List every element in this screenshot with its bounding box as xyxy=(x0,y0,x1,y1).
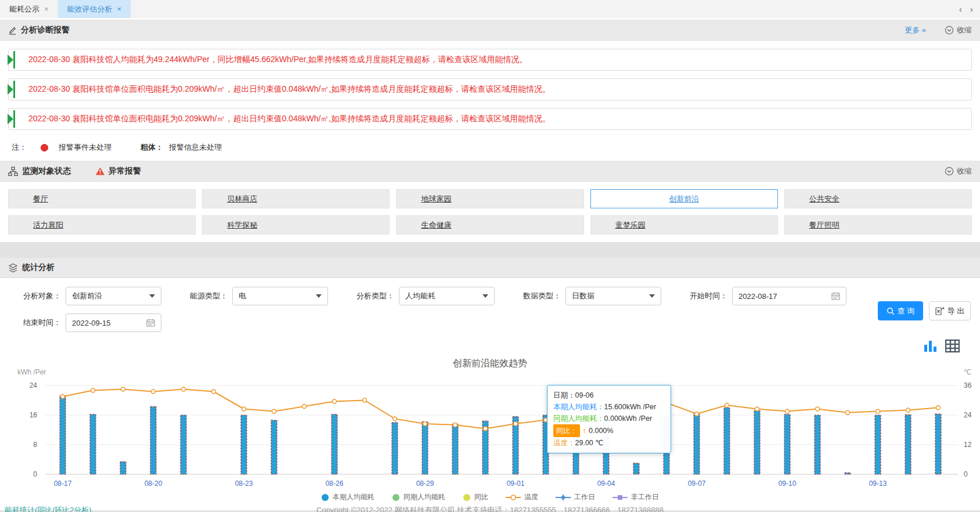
filter-label: 开始时间： xyxy=(690,291,727,301)
footer-copyright: Copyright ©2012-2022 网络科技有限公司 技术支持电话：182… xyxy=(0,505,980,512)
svg-text:09-13: 09-13 xyxy=(869,479,887,488)
close-icon[interactable]: × xyxy=(44,5,49,13)
analysis-object-select[interactable]: 创新前沿 xyxy=(66,287,161,305)
analysis-type-select[interactable]: 人均能耗 xyxy=(399,287,495,305)
tab-efficiency-analysis[interactable]: 能效评估分析 × xyxy=(58,0,131,18)
monitor-object-canteen[interactable]: 餐厅 xyxy=(8,189,196,208)
tooltip-previous-label: 同期人均能耗： xyxy=(553,413,604,424)
legend-previous-consumption[interactable]: 同期人均能耗 xyxy=(392,492,445,502)
stats-panel-header: 统计分析 xyxy=(0,257,980,278)
chevron-right-icon[interactable]: › xyxy=(970,4,973,14)
monitor-panel-header: 监测对象状态 异常报警 收缩 xyxy=(0,161,980,182)
tooltip-current-label: 本期人均能耗： xyxy=(553,401,604,413)
chevron-left-icon[interactable]: ‹ xyxy=(959,4,962,14)
close-icon[interactable]: × xyxy=(117,5,122,13)
more-link[interactable]: 更多 » xyxy=(905,25,926,35)
chart-legend: 本期人均能耗 同期人均能耗 同比 温度 工作日 非工作日 xyxy=(0,492,980,502)
alert-text: 2022-08-30 襄阳科技馆单位面积电能耗为0.209kWh/㎡，超出日约束… xyxy=(28,84,550,95)
legend-current-consumption[interactable]: 本期人均能耗 xyxy=(321,492,374,502)
abnormal-alarm-label[interactable]: 异常报警 xyxy=(95,166,141,176)
alert-item[interactable]: 2022-08-30 襄阳科技馆单位面积电能耗为0.209kWh/㎡，超出日约束… xyxy=(8,108,972,130)
filter-data-type: 数据类型： 日数据 xyxy=(523,287,680,305)
alert-list: 2022-08-30 襄阳科技馆人均能耗为49.244kWh/Per，同比增幅4… xyxy=(0,41,980,130)
chevron-down-icon xyxy=(316,294,322,298)
svg-text:08-29: 08-29 xyxy=(416,479,434,488)
svg-text:08-20: 08-20 xyxy=(145,479,163,488)
calendar-icon xyxy=(146,319,155,327)
tooltip-temp-label: 温度： xyxy=(553,437,575,449)
filter-label: 分析类型： xyxy=(356,291,394,301)
tooltip-yoy-badge: 同比： xyxy=(553,424,580,437)
monitor-object-public-safety[interactable]: 公共安全 xyxy=(784,189,972,208)
line-star-marker-icon xyxy=(556,494,571,501)
red-dot-icon xyxy=(41,144,48,152)
org-chart-icon xyxy=(8,167,18,176)
tab-energy-publicity[interactable]: 能耗公示 × xyxy=(0,0,58,18)
arrow-up-icon: ↑ xyxy=(582,425,586,437)
filter-label: 分析对象： xyxy=(23,291,61,301)
monitor-object-beilin-shop[interactable]: 贝林商店 xyxy=(202,189,390,208)
svg-text:09-01: 09-01 xyxy=(507,479,525,488)
note-dot-text: 报警事件未处理 xyxy=(59,142,111,153)
energy-type-select[interactable]: 电 xyxy=(232,287,328,305)
layers-icon xyxy=(8,263,18,273)
alert-text: 2022-08-30 襄阳科技馆单位面积电能耗为0.209kWh/㎡，超出日约束… xyxy=(28,114,550,124)
calendar-icon xyxy=(831,292,840,300)
collapse-button[interactable]: 收缩 xyxy=(945,25,972,35)
filter-label: 数据类型： xyxy=(523,291,561,301)
monitor-object-science-exploration[interactable]: 科学探秘 xyxy=(202,215,390,235)
tab-label: 能效评估分析 xyxy=(67,4,113,15)
legend-workday[interactable]: 工作日 xyxy=(556,492,595,502)
green-flag-icon xyxy=(7,51,15,68)
alert-item[interactable]: 2022-08-30 襄阳科技馆单位面积电能耗为0.209kWh/㎡，超出日约束… xyxy=(8,78,972,100)
svg-text:09-07: 09-07 xyxy=(688,479,706,488)
legend-non-workday[interactable]: 非工作日 xyxy=(613,492,659,502)
chevron-down-icon xyxy=(649,294,655,298)
filter-analysis-object: 分析对象： 创新前沿 xyxy=(23,287,180,305)
monitor-object-children-paradise[interactable]: 童梦乐园 xyxy=(590,215,778,235)
excel-export-icon xyxy=(935,307,945,315)
filter-row-1: 分析对象： 创新前沿 能源类型： 电 分析类型： 人均能耗 数据类型： 日数据 … xyxy=(0,286,980,306)
section-title: 监测对象状态 xyxy=(22,166,71,176)
line-circle-marker-icon xyxy=(506,494,521,501)
tooltip-date-label: 日期： xyxy=(553,390,575,401)
filter-energy-type: 能源类型： 电 xyxy=(190,287,347,305)
svg-text:8: 8 xyxy=(33,441,37,449)
dot-marker-icon xyxy=(321,493,329,502)
collapse-circle-icon xyxy=(945,167,954,176)
svg-text:09-04: 09-04 xyxy=(597,479,615,488)
chevron-down-icon xyxy=(149,294,155,298)
monitor-object-innovation-frontier[interactable]: 创新前沿 xyxy=(590,189,778,208)
svg-text:24: 24 xyxy=(964,411,972,419)
monitor-object-vitality-xiangyang[interactable]: 活力襄阳 xyxy=(8,215,196,235)
monitor-object-canteen-lighting[interactable]: 餐厅照明 xyxy=(784,215,972,235)
green-flag-icon xyxy=(7,110,15,128)
filter-start-time: 开始时间： 2022-08-17 xyxy=(690,287,846,305)
dot-marker-icon xyxy=(463,493,471,502)
alarm-diagnosis-panel: 分析诊断报警 更多 » 收缩 2022-08-30 襄阳科技馆人均能耗为49.2… xyxy=(0,20,980,161)
collapse-circle-icon xyxy=(945,26,954,35)
legend-temperature[interactable]: 温度 xyxy=(506,492,538,502)
monitor-object-earth-home[interactable]: 地球家园 xyxy=(396,189,583,208)
data-type-select[interactable]: 日数据 xyxy=(565,287,661,305)
query-button[interactable]: 查 询 xyxy=(878,301,923,320)
svg-text:0: 0 xyxy=(33,470,37,478)
filter-label: 能源类型： xyxy=(190,291,228,301)
page-footer: 能耗统计(同比/环比2分析) Copyright ©2012-2022 网络科技… xyxy=(0,505,980,512)
collapse-button[interactable]: 收缩 xyxy=(945,166,972,176)
start-date-input[interactable]: 2022-08-17 xyxy=(732,287,846,305)
chart-tooltip: 日期：09-06 本期人均能耗：15.600kWh /Per 同期人均能耗：0.… xyxy=(547,385,671,453)
svg-text:0: 0 xyxy=(964,470,968,478)
legend-yoy[interactable]: 同比 xyxy=(463,492,488,502)
export-button[interactable]: 导 出 xyxy=(929,301,971,320)
monitor-object-life-health[interactable]: 生命健康 xyxy=(396,215,583,235)
svg-text:09-10: 09-10 xyxy=(779,479,797,488)
note-bold-label: 粗体： xyxy=(140,142,163,153)
energy-trend-chart: 081624012243608-1708-2008-2308-2608-2909… xyxy=(0,326,980,500)
svg-text:36: 36 xyxy=(964,381,972,390)
section-title: 统计分析 xyxy=(22,262,55,273)
chevron-down-icon xyxy=(482,294,488,298)
alert-item[interactable]: 2022-08-30 襄阳科技馆人均能耗为49.244kWh/Per，同比增幅4… xyxy=(8,49,972,71)
section-title: 分析诊断报警 xyxy=(21,25,70,35)
tab-bar: 能耗公示 × 能效评估分析 × ‹ › xyxy=(0,0,980,20)
